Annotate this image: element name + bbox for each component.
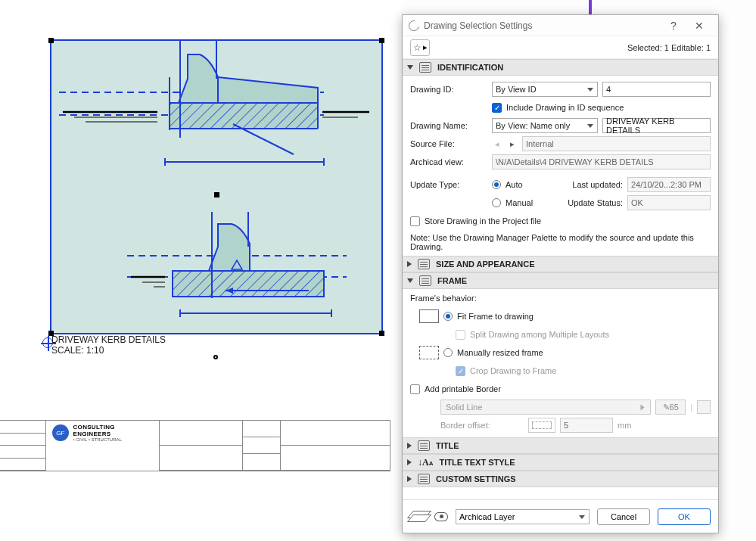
- section-custom-settings[interactable]: CUSTOM SETTINGS: [403, 471, 718, 487]
- expand-icon: [407, 443, 412, 449]
- drawing-svg: [51, 41, 384, 336]
- border-color-swatch: [697, 400, 711, 414]
- dialog-title: Drawing Selection Settings: [424, 20, 661, 31]
- section-frame[interactable]: FRAME: [403, 272, 718, 289]
- company-name: CONSULTING ENGINEERS: [73, 424, 153, 437]
- manual-frame-icon: [419, 346, 439, 359]
- include-in-sequence-checkbox[interactable]: ✓: [492, 103, 502, 113]
- source-file-label: Source File:: [410, 139, 487, 148]
- section-identification[interactable]: IDENTIFICATION: [403, 59, 718, 76]
- nav-left-icon[interactable]: ◂: [492, 138, 502, 149]
- border-pen-field: ✎ 65: [655, 400, 686, 415]
- help-button[interactable]: ?: [661, 20, 686, 32]
- drawing-manager-note: Note: Use the Drawing Manager Palette to…: [410, 233, 711, 251]
- expand-icon: [407, 476, 412, 482]
- source-file-field: Internal: [522, 136, 711, 151]
- border-offset-icon: [528, 418, 555, 433]
- star-icon: ☆: [413, 42, 422, 53]
- favorites-button[interactable]: ☆ ▸: [410, 39, 430, 56]
- drawing-id-label: Drawing ID:: [410, 85, 487, 94]
- drawing-name-field[interactable]: DRIVEWAY KERB DETAILS: [602, 118, 711, 133]
- decorative-accent: [589, 0, 592, 14]
- svg-rect-20: [173, 271, 324, 297]
- dialog-titlebar[interactable]: Drawing Selection Settings ? ✕: [403, 15, 718, 36]
- ok-button[interactable]: OK: [658, 508, 711, 525]
- split-layouts-checkbox: [456, 330, 465, 340]
- archicad-view-label: Archicad view:: [410, 157, 487, 166]
- section-size-appearance[interactable]: SIZE AND APPEARANCE: [403, 256, 718, 272]
- close-button[interactable]: ✕: [686, 20, 712, 32]
- text-style-icon: ↓AA: [418, 457, 433, 468]
- drawing-canvas[interactable]: DRIVEWAY KERB DETAILS SCALE: 1:10 GF CON…: [0, 0, 401, 541]
- company-subtitle: • CIVIL • STRUCTURAL: [73, 437, 153, 442]
- printable-border-checkbox[interactable]: [410, 384, 420, 394]
- expand-icon: [407, 459, 412, 465]
- update-type-label: Update Type:: [410, 180, 487, 189]
- drawing-name-mode-select[interactable]: By View: Name only: [492, 118, 598, 133]
- store-in-project-checkbox[interactable]: [410, 216, 420, 226]
- fit-frame-icon: [419, 309, 439, 323]
- archicad-view-field: \N/A\Details\4 DRIVEWAY KERB DETAILS: [492, 154, 711, 169]
- border-offset-field: 5: [560, 418, 613, 433]
- section-title[interactable]: TITLE: [403, 437, 718, 454]
- fit-frame-radio[interactable]: [443, 312, 453, 321]
- drawing-name-label: Drawing Name:: [410, 121, 487, 130]
- manual-frame-radio[interactable]: [443, 348, 453, 357]
- svg-rect-4: [170, 103, 318, 129]
- update-status-field: OK: [627, 195, 711, 210]
- frame-icon: [419, 275, 431, 286]
- custom-settings-icon: [418, 474, 430, 484]
- chevron-right-icon: ▸: [423, 42, 428, 52]
- printable-border-label: Add printable Border: [425, 384, 501, 393]
- company-logo-icon: GF: [52, 424, 69, 441]
- drawing-id-field[interactable]: 4: [602, 82, 711, 97]
- store-in-project-label: Store Drawing in the Project file: [425, 216, 541, 225]
- section-title-text-style[interactable]: ↓AA TITLE TEXT STYLE: [403, 454, 718, 471]
- expand-icon: [407, 261, 412, 267]
- selection-status: Selected: 1 Editable: 1: [627, 43, 711, 52]
- update-auto-radio[interactable]: [492, 180, 501, 189]
- include-in-sequence-label: Include Drawing in ID sequence: [506, 103, 624, 112]
- layer-icon: [410, 511, 427, 523]
- border-linetype-select: Solid Line: [440, 400, 651, 415]
- drawing-selection-settings-dialog: Drawing Selection Settings ? ✕ ☆ ▸ Selec…: [402, 14, 719, 533]
- drawing-id-mode-select[interactable]: By View ID: [492, 82, 598, 97]
- crop-to-frame-checkbox: ✓: [456, 366, 465, 376]
- size-appearance-icon: [418, 259, 430, 269]
- update-manual-radio[interactable]: [492, 198, 501, 207]
- drawing-scale: SCALE: 1:10: [51, 345, 104, 356]
- drawing-title: DRIVEWAY KERB DETAILS: [51, 334, 166, 345]
- frame-behavior-label: Frame's behavior:: [410, 294, 711, 303]
- update-status-label: Update Status:: [568, 198, 623, 207]
- split-layouts-label: Split Drawing among Multiple Layouts: [470, 330, 609, 339]
- last-updated-field: 24/10/20...2:30 PM: [627, 177, 711, 192]
- title-icon: [418, 440, 430, 451]
- cancel-button[interactable]: Cancel: [597, 508, 650, 525]
- border-offset-label: Border offset:: [440, 421, 524, 430]
- collapse-icon: [407, 278, 413, 283]
- selection-rectangle[interactable]: [50, 39, 383, 334]
- crop-to-frame-label: Crop Drawing to Frame: [470, 366, 556, 375]
- identification-icon: [419, 62, 431, 73]
- collapse-icon: [407, 65, 413, 70]
- nav-right-icon[interactable]: ▸: [507, 138, 518, 149]
- last-updated-label: Last updated:: [572, 180, 623, 189]
- archicad-logo-icon: [406, 18, 421, 33]
- layer-select[interactable]: Archicad Layer: [456, 509, 590, 524]
- visibility-icon[interactable]: [434, 512, 448, 521]
- titleblock: GF CONSULTING ENGINEERS • CIVIL • STRUCT…: [0, 420, 390, 471]
